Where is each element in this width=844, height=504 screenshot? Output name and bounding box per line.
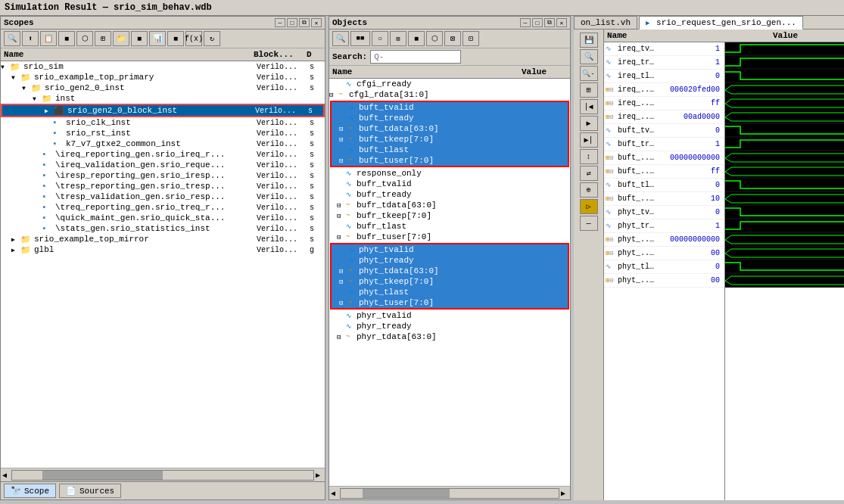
wave-side-next[interactable]: ▶| [580,132,598,148]
obj-row-phyr_tvalid[interactable]: ∿ phyr_tvalid [329,310,570,321]
tb-grid[interactable]: ⊞ [95,31,111,46]
scopes-tree[interactable]: ▼ 📁 srio_sim Verilo... s ▼ 📁 srio_exampl… [1,61,325,468]
obj-row-buft_tready[interactable]: ∿ buft_tready [332,113,568,123]
obj-row-bufr_tlast[interactable]: ∿ bufr_tlast [329,221,570,232]
wave-row-2[interactable]: ∿ ireq_tlast 0 [604,70,724,83]
obj-row-buft_tkeep7[interactable]: ⊟ ~ buft_tkeep[7:0] [332,134,568,145]
wave-signal-names[interactable]: ∿ ireq_tvalid 1 ∿ ireq_tready 1 ∿ ireq_t… [604,42,725,500]
wave-row-8[interactable]: ⊞⊟ buft_...63:0) 00000000000 [604,151,724,165]
wave-side-zoom-in[interactable]: 🔍 [580,49,598,64]
tree-row-srio_sim[interactable]: ▼ 📁 srio_sim Verilo... s [1,61,325,72]
tree-row-srio_gen2_0_inst[interactable]: ▼ 📁 srio_gen2_0_inst Verilo... s [1,82,325,93]
obj-scroll-right[interactable]: ▶ [559,489,570,498]
wave-display[interactable] [725,42,844,500]
obj-tb-search[interactable]: 🔍 [332,31,349,46]
tree-row-tresp_validation_gen[interactable]: ▪ \tresp_validation_gen.srio_resp... Ver… [1,191,325,202]
tree-row-glbl[interactable]: ▶ 📁 glbl Verilo... g [1,244,325,255]
wave-side-arrow[interactable]: ↕ [580,149,598,164]
wave-side-marker[interactable]: ▷ [580,199,598,214]
obj-row-bufr_tuser7[interactable]: ⊟ ~ bufr_tuser[7:0] [329,232,570,242]
obj-row-bufr_tready[interactable]: ∿ bufr_tready [329,189,570,200]
obj-row-buft_tvalid[interactable]: ∿ buft_tvalid [332,102,568,113]
wave-row-0[interactable]: ∿ ireq_tvalid 1 [604,42,724,56]
tree-row-srio_example_top_primary[interactable]: ▼ 📁 srio_example_top_primary Verilo... s [1,72,325,82]
tb-copy[interactable]: 📋 [40,31,57,46]
obj-row-phyt_tvalid[interactable]: ∿ phyt_tvalid [332,244,568,255]
obj-row-buft_tlast[interactable]: ∿ buft_tlast [332,145,568,155]
tb-square2[interactable]: ■ [131,31,148,46]
tb-up[interactable]: ⬆ [22,31,39,46]
obj-tb-b5[interactable]: ⬡ [426,31,443,46]
obj-tb-b2[interactable]: ○ [372,31,388,46]
obj-row-phyt_tlast[interactable]: ∿ phyt_tlast [332,287,568,297]
obj-row-response_only[interactable]: ∿ response_only [329,168,570,179]
obj-close[interactable]: ✕ [556,18,567,27]
wave-side-save[interactable]: 💾 [580,33,598,48]
obj-tb-b7[interactable]: ⊡ [462,31,479,46]
scope-tab[interactable]: 🔭 Scope [4,484,56,498]
wave-row-11[interactable]: ⊞⊟ buft_...7:0) 10 [604,192,724,206]
obj-row-phyt_tuser7[interactable]: ⊟ ~ phyt_tuser[7:0] [332,297,568,308]
wave-row-17[interactable]: ⊞⊟ phyt_....7:0) 00 [604,274,724,288]
objects-list[interactable]: ∿ cfgi_rready ⊟ ~ cfgl_rdata[31:0] ∿ buf… [329,79,570,486]
wave-side-minus[interactable]: — [580,216,598,231]
obj-row-phyr_tready[interactable]: ∿ phyr_tready [329,321,570,331]
tree-row-ireq_validation_gen[interactable]: ▪ \ireq_validation_gen.srio_reque... Ver… [1,160,325,170]
wave-row-13[interactable]: ∿ phyt_tready 1 [604,219,724,233]
tree-row-ireq_reporting_gen[interactable]: ▪ \ireq_reporting_gen.srio_ireq_r... Ver… [1,149,325,160]
scopes-close[interactable]: ✕ [311,18,322,27]
obj-row-phyt_tkeep7[interactable]: ⊟ ~ phyt_tkeep[7:0] [332,276,568,287]
tb-square1[interactable]: ■ [58,31,75,46]
obj-row-bufr_tvalid[interactable]: ∿ bufr_tvalid [329,179,570,189]
wave-row-9[interactable]: ⊞⊟ buft_...7:0) ff [604,165,724,179]
tree-row-srio_clk_inst[interactable]: ▪ srio_clk_inst Verilo... s [1,117,325,128]
wave-side-prev[interactable]: |◀ [580,99,598,114]
wave-row-4[interactable]: ⊞⊟ ireq_...7:0) ff [604,97,724,110]
wave-row-7[interactable]: ∿ buft_tready 1 [604,138,724,151]
wave-row-15[interactable]: ⊞⊟ phyt_...7:0) 00 [604,247,724,260]
scopes-scrollbar[interactable] [11,470,314,481]
obj-row-buft_tuser7[interactable]: ⊟ ~ buft_tuser[7:0] [332,155,568,166]
scroll-left[interactable]: ◀ [1,471,11,480]
wave-row-10[interactable]: ∿ buft_tlast 0 [604,179,724,192]
wave-side-expand[interactable]: ⊕ [580,182,598,198]
wave-row-12[interactable]: ∿ phyt_tvalid 0 [604,206,724,219]
tab-srio-request[interactable]: ▶ srio_request_gen_srio_gen... [639,16,803,30]
obj-tb-b6[interactable]: ⊠ [444,31,461,46]
tab-on-list[interactable]: on_list.vh [574,16,637,29]
search-input[interactable] [370,50,461,64]
wave-row-6[interactable]: ∿ buft_tvalid 0 [604,124,724,138]
tree-row-srio_rst_inst[interactable]: ▪ srio_rst_inst Verilo... s [1,128,325,138]
tree-row-inst[interactable]: ▼ 📁 inst [1,93,325,104]
obj-minimize[interactable]: ─ [520,18,531,27]
wave-row-3[interactable]: ⊞⊟ ireq_...63:0) 006020fed00 [604,83,724,97]
tree-row-stats_gen[interactable]: ▪ \stats_gen.srio_statistics_inst Verilo… [1,223,325,234]
obj-tb-b3[interactable]: ⊞ [390,31,406,46]
tb-circle[interactable]: ⬡ [76,31,93,46]
scopes-minimize[interactable]: ─ [275,18,285,27]
obj-scroll-left[interactable]: ◀ [329,489,340,498]
tree-row-k7_v7_gtxe2_common_inst[interactable]: ▪ k7_v7_gtxe2_common_inst Verilo... s [1,138,325,149]
sources-tab[interactable]: 📄 Sources [59,484,121,498]
obj-row-phyt_tdata63[interactable]: ⊟ ~ phyt_tdata[63:0] [332,266,568,276]
obj-row-phyt_tready[interactable]: ∿ phyt_tready [332,255,568,266]
tb-chart[interactable]: 📊 [149,31,166,46]
tree-row-tresp_reporting_gen[interactable]: ▪ \tresp_reporting_gen.srio_tresp... Ver… [1,181,325,191]
tree-row-treq_reporting_gen[interactable]: ▪ \treq_reporting_gen.srio_treq_r... Ver… [1,202,325,213]
wave-row-14[interactable]: ⊞⊟ phyt_...63:0) 00000000000 [604,233,724,247]
tree-row-iresp_reporting_gen[interactable]: ▪ \iresp_reporting_gen.srio_iresp... Ver… [1,170,325,181]
wave-side-zoom-out[interactable]: 🔍- [580,66,598,81]
wave-row-16[interactable]: ∿ phyt_tlast 0 [604,260,724,274]
obj-row-cfgi_rready[interactable]: ∿ cfgi_rready [329,79,570,89]
tb-folder[interactable]: 📁 [113,31,129,46]
wave-row-1[interactable]: ∿ ireq_tready 1 [604,56,724,70]
tree-row-quick_maint_gen[interactable]: ▪ \quick_maint_gen.srio_quick_sta... Ver… [1,213,325,223]
tb-fx[interactable]: f(x) [185,31,202,46]
obj-row-bufr_tkeep7[interactable]: ⊟ ~ bufr_tkeep[7:0] [329,210,570,221]
tree-row-srio_gen2_0_block_inst[interactable]: ▶ ⬛ srio_gen2_0_block_inst Verilo... s [1,104,325,117]
obj-restore[interactable]: ⧉ [544,18,555,27]
wave-side-play[interactable]: ▶ [580,116,598,131]
obj-maximize[interactable]: □ [532,18,543,27]
obj-row-cfgl_rdata31[interactable]: ⊟ ~ cfgl_rdata[31:0] [329,89,570,100]
obj-row-buft_tdata63[interactable]: ⊟ ~ buft_tdata[63:0] [332,123,568,134]
